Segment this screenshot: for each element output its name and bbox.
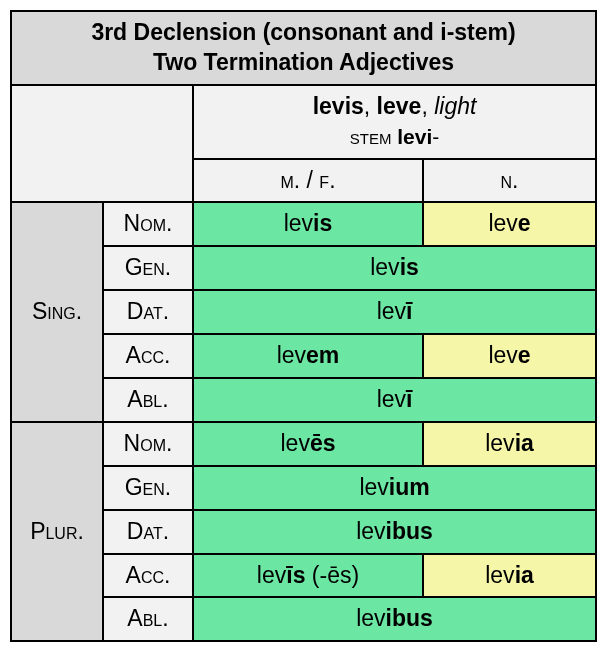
- case-label: Dat.: [103, 290, 193, 334]
- lemma-n: leve: [377, 93, 422, 119]
- title-line-1: 3rd Declension (consonant and i-stem): [91, 19, 515, 45]
- case-label: Dat.: [103, 510, 193, 554]
- plur-nom-n: levia: [423, 422, 596, 466]
- title-line-2: Two Termination Adjectives: [153, 49, 454, 75]
- case-label: Gen.: [103, 246, 193, 290]
- plur-dat: levibus: [193, 510, 596, 554]
- case-label: Nom.: [103, 202, 193, 246]
- case-label: Acc.: [103, 334, 193, 378]
- sing-dat: levī: [193, 290, 596, 334]
- sing-acc-n: leve: [423, 334, 596, 378]
- sing-acc-mf: levem: [193, 334, 423, 378]
- number-plur: Plur.: [11, 422, 103, 641]
- sing-nom-mf: levis: [193, 202, 423, 246]
- plur-acc-mf: levīs (-ēs): [193, 554, 423, 598]
- lemma-mf: levis: [313, 93, 364, 119]
- number-sing: Sing.: [11, 202, 103, 421]
- col-header-n: n.: [423, 159, 596, 203]
- sing-gen: levis: [193, 246, 596, 290]
- table-title: 3rd Declension (consonant and i-stem) Tw…: [11, 11, 596, 85]
- plur-acc-n: levia: [423, 554, 596, 598]
- header-lemma: levis, leve, light stem levi-: [193, 85, 596, 159]
- plur-nom-mf: levēs: [193, 422, 423, 466]
- stem-value: levi: [397, 125, 432, 148]
- sing-nom-n: leve: [423, 202, 596, 246]
- col-header-mf: m. / f.: [193, 159, 423, 203]
- case-label: Abl.: [103, 378, 193, 422]
- plur-abl: levibus: [193, 597, 596, 641]
- header-blank: [11, 85, 193, 203]
- stem-label: stem: [350, 125, 392, 148]
- sing-abl: levī: [193, 378, 596, 422]
- case-label: Abl.: [103, 597, 193, 641]
- case-label: Acc.: [103, 554, 193, 598]
- case-label: Gen.: [103, 466, 193, 510]
- plur-gen: levium: [193, 466, 596, 510]
- lemma-gloss: light: [434, 93, 476, 119]
- declension-table: 3rd Declension (consonant and i-stem) Tw…: [10, 10, 597, 642]
- case-label: Nom.: [103, 422, 193, 466]
- stem-suffix: -: [432, 125, 439, 148]
